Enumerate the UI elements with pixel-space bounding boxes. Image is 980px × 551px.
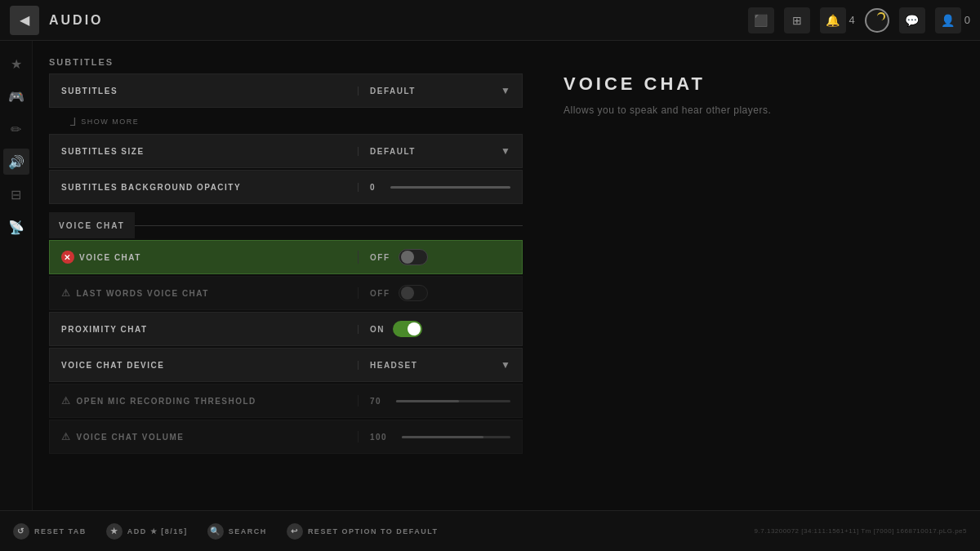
detail-description: Allows you to speak and hear other playe… (564, 104, 956, 116)
chat-icon[interactable]: 💬 (899, 7, 925, 33)
open-mic-slider (396, 400, 510, 402)
sidebar-item-edit[interactable]: ✏ (3, 116, 29, 142)
voice-chat-device-dropdown-arrow: ▼ (501, 359, 510, 371)
subtitles-value[interactable]: DEFAULT ▼ (359, 85, 522, 96)
subtitles-dropdown-arrow: ▼ (501, 85, 510, 96)
last-words-label: ⚠ LAST WORDS VOICE CHAT (50, 287, 359, 299)
reset-tab-action[interactable]: ↺ RESET TAB (13, 523, 87, 540)
reset-option-icon: ↩ (287, 523, 303, 540)
last-words-value: OFF (359, 285, 522, 301)
search-icon: 🔍 (207, 523, 224, 540)
voice-chat-volume-value: 100 (359, 433, 522, 442)
page-title: AUDIO (49, 13, 104, 28)
player-badge[interactable]: 👤 0 (935, 7, 970, 33)
inventory-icon[interactable]: ⬛ (748, 7, 774, 33)
voice-chat-toggle[interactable] (399, 249, 428, 265)
search-label: SEARCH (229, 527, 267, 535)
voice-chat-value[interactable]: OFF (359, 249, 522, 265)
detail-title: VOICE CHAT (564, 73, 956, 95)
open-mic-value: 70 (359, 397, 522, 406)
subtitles-size-dropdown-arrow: ▼ (501, 145, 510, 157)
proximity-chat-label: PROXIMITY CHAT (50, 325, 359, 334)
top-bar: ◀ AUDIO ⬛ ⊞ 🔔 4 💬 👤 0 (0, 0, 980, 41)
subtitles-label: SUBTITLES (50, 87, 359, 96)
reset-option-action[interactable]: ↩ RESET OPTION TO DEFAULT (287, 523, 439, 540)
last-words-toggle (399, 285, 428, 301)
bell-icon: 🔔 (820, 7, 846, 33)
player-count: 0 (964, 14, 970, 26)
voice-chat-device-value[interactable]: HEADSET ▼ (359, 359, 522, 371)
subtitles-opacity-label: SUBTITLES BACKGROUND OPACITY (50, 183, 359, 192)
add-favorite-action[interactable]: ★ ADD ★ [8/15] (106, 523, 188, 540)
reset-option-label: RESET OPTION TO DEFAULT (308, 527, 439, 535)
reset-tab-label: RESET TAB (34, 527, 87, 535)
open-mic-icon: ⚠ (61, 395, 72, 407)
show-more-row[interactable]: SHOW MORE (49, 109, 523, 134)
subtitles-row[interactable]: SUBTITLES DEFAULT ▼ (49, 73, 523, 108)
proximity-chat-value[interactable]: ON (359, 321, 522, 337)
subtitles-opacity-row[interactable]: SUBTITLES BACKGROUND OPACITY 0 (49, 170, 523, 204)
sidebar-item-audio[interactable]: 🔊 (3, 149, 29, 175)
notification-badge[interactable]: 🔔 4 (820, 7, 855, 33)
voice-chat-toggle-thumb (401, 251, 414, 264)
open-mic-label: ⚠ OPEN MIC RECORDING THRESHOLD (50, 395, 359, 407)
subtitles-section-header: SUBTITLES (49, 57, 523, 67)
top-bar-right: ⬛ ⊞ 🔔 4 💬 👤 0 (748, 7, 970, 33)
back-button[interactable]: ◀ (10, 6, 39, 35)
left-sidebar: ★ 🎮 ✏ 🔊 ⊟ 📡 (0, 41, 33, 510)
last-words-icon: ⚠ (61, 287, 72, 299)
proximity-chat-toggle-thumb (408, 322, 421, 335)
add-favorite-label: ADD ★ [8/15] (127, 527, 188, 535)
voice-chat-device-label: VOICE CHAT DEVICE (50, 361, 359, 370)
search-action[interactable]: 🔍 SEARCH (207, 523, 267, 540)
add-favorite-icon: ★ (106, 523, 122, 540)
detail-panel: VOICE CHAT Allows you to speak and hear … (539, 41, 980, 510)
voice-chat-section-label: VOICE CHAT (49, 212, 135, 238)
subtitles-opacity-slider[interactable] (390, 186, 510, 189)
sidebar-item-favorites[interactable]: ★ (3, 51, 29, 77)
proximity-chat-row[interactable]: PROXIMITY CHAT ON (49, 312, 523, 346)
voice-chat-volume-slider (402, 436, 510, 438)
currency-icon (865, 8, 889, 33)
version-info: 9.7.13200072 [34:111:1561+11] Tm [7000] … (755, 527, 967, 535)
reset-tab-icon: ↺ (13, 523, 29, 540)
voice-chat-section-divider: VOICE CHAT (49, 212, 523, 238)
settings-panel: SUBTITLES SUBTITLES DEFAULT ▼ SHOW MORE … (33, 41, 539, 510)
bottom-bar: ↺ RESET TAB ★ ADD ★ [8/15] 🔍 SEARCH ↩ RE… (0, 510, 980, 551)
last-words-row[interactable]: ⚠ LAST WORDS VOICE CHAT OFF (49, 276, 523, 310)
sidebar-item-network[interactable]: 📡 (3, 214, 29, 240)
subtitles-size-value[interactable]: DEFAULT ▼ (359, 145, 522, 157)
sidebar-item-display[interactable]: ⊟ (3, 181, 29, 207)
voice-chat-row[interactable]: ✕ VOICE CHAT OFF (49, 240, 523, 274)
proximity-chat-toggle[interactable] (393, 321, 422, 337)
grid-icon[interactable]: ⊞ (784, 7, 810, 33)
main-content: SUBTITLES SUBTITLES DEFAULT ▼ SHOW MORE … (33, 41, 980, 510)
notification-count: 4 (849, 14, 855, 26)
voice-chat-device-row[interactable]: VOICE CHAT DEVICE HEADSET ▼ (49, 348, 523, 382)
player-icon: 👤 (935, 7, 961, 33)
subtitles-size-row[interactable]: SUBTITLES SIZE DEFAULT ▼ (49, 134, 523, 168)
last-words-toggle-thumb (401, 287, 414, 300)
open-mic-row: ⚠ OPEN MIC RECORDING THRESHOLD 70 (49, 384, 523, 418)
voice-chat-error-icon: ✕ (61, 251, 74, 264)
show-more-label: SHOW MORE (81, 118, 139, 126)
subtitles-opacity-value[interactable]: 0 (359, 183, 522, 192)
sidebar-item-controller[interactable]: 🎮 (3, 83, 29, 109)
subtitles-size-label: SUBTITLES SIZE (50, 147, 359, 156)
back-icon: ◀ (20, 12, 29, 28)
voice-chat-volume-row: ⚠ VOICE CHAT VOLUME 100 (49, 420, 523, 454)
voice-chat-volume-label: ⚠ VOICE CHAT VOLUME (50, 431, 359, 442)
voice-chat-label: ✕ VOICE CHAT (50, 251, 359, 264)
voice-chat-divider-line (135, 225, 523, 226)
voice-chat-volume-icon: ⚠ (61, 431, 72, 442)
